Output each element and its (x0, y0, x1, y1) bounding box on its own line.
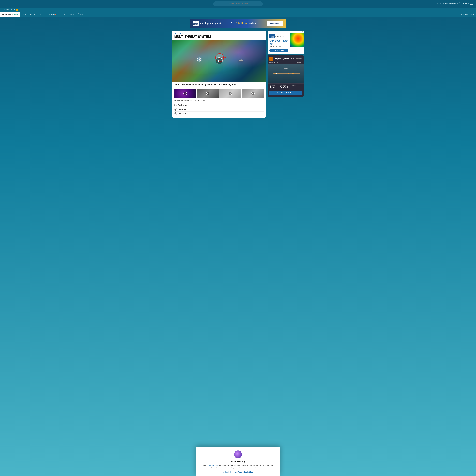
low-arrow (221, 57, 226, 58)
cyclone-card: CAT 1 Tropical Cyclone Four ◉ mapbox Dec… (268, 55, 304, 97)
stat-pressure: Pressure -- (291, 85, 302, 90)
story-link-3[interactable]: ▶ Massive Lar (174, 112, 264, 116)
stat-max-winds: Max Winds 45 mph (269, 85, 280, 90)
story-subtitle: Storm To Bring More Snow, Gusty Winds, P… (172, 82, 266, 87)
premium-ad-content: The Weather Channel PREMIUM Our Best Rad… (268, 33, 304, 54)
premium-ad-text: The Weather Channel PREMIUM Our Best Rad… (268, 33, 290, 54)
nav-winter[interactable]: ▶ Winter (76, 12, 87, 17)
story-link-list: ▶ Watch As Lal ▶ Deadly Stor ▶ Massive L… (172, 102, 266, 118)
thumb-play-1: ▶ (184, 92, 187, 95)
location-temp: 47° (2, 9, 5, 11)
story-image[interactable]: ❄ L ☁ ▶ (172, 40, 266, 82)
header: US | °F GO PREMIUM SIGN UP (0, 0, 476, 8)
twc-logo-box: The Weather Channel (270, 34, 275, 38)
search-input[interactable] (213, 1, 263, 6)
thumbnail-1[interactable]: ▶ (174, 88, 196, 98)
thumbnail-2[interactable]: ▶ (197, 88, 219, 98)
dashboard-new-badge: NEW (14, 14, 18, 15)
hamburger-line3 (470, 4, 473, 5)
cyclone-dot-3 (292, 73, 294, 74)
dashboard-label: My Dashboard (2, 14, 13, 15)
twc-logo: The Weather Channel (193, 21, 199, 26)
story-play-icon-1: ▶ (174, 104, 177, 106)
cyclone-path (273, 73, 300, 74)
menu-button[interactable] (470, 2, 474, 5)
nav-hourly[interactable]: Hourly (28, 12, 37, 17)
nav-bar: My Dashboard NEW Today Hourly 10 Day Wee… (0, 12, 476, 17)
privacy-title: Your Privacy (201, 460, 275, 463)
privacy-policy-link[interactable]: Privacy Policy (209, 464, 219, 466)
main-content: TOP STORY MULTI-THREAT SYSTEM ❄ L ☁ ▶ St… (170, 30, 306, 120)
cyclone-stats: Max Winds 45 mph Movement WNW at 8 mph P… (268, 84, 304, 91)
cyclone-title: Tropical Cyclone Four (274, 58, 296, 60)
thumbnail-row: ▶ ▶ ▶ ▶ (172, 87, 266, 100)
mapbox-icon: ◉ (296, 58, 298, 60)
radar-headline: Our Best Radar Yet (270, 39, 288, 45)
thumb-caption: Arctic Blast Bringing Record Low Tempera… (172, 100, 266, 102)
mapbox-logo: ◉ mapbox (296, 58, 302, 60)
thumbnail-4[interactable]: ▶ (242, 88, 264, 98)
cloud-icon: ☁ (237, 56, 243, 63)
story-link-1[interactable]: ▶ Watch As Lal (174, 103, 264, 107)
nav-today[interactable]: Today (20, 12, 28, 17)
cyclone-dot-1 (275, 73, 277, 74)
radar-subtext: See rain. Not ads. (270, 46, 288, 47)
dashboard-nav-item[interactable]: My Dashboard NEW (0, 12, 20, 17)
nav-more-forecasts[interactable]: More Forecasts ▼ (459, 12, 476, 17)
thumb-play-2: ▶ (206, 92, 209, 95)
newsletter-button[interactable]: Get Newsletter (267, 21, 283, 26)
story-play-icon-3: ▶ (174, 112, 177, 115)
winter-play-icon: ▶ (78, 13, 80, 15)
thumb-play-3: ▶ (229, 92, 232, 95)
nav-10day[interactable]: 10 Day (37, 12, 46, 17)
thumbnail-3[interactable]: ▶ (220, 88, 241, 98)
snow-icon: ❄ (197, 56, 202, 63)
ad-label: Advertisement (268, 31, 304, 33)
right-column: Advertisement The Weather Channel PREMIU… (268, 31, 304, 118)
top-story-label: TOP STORY (172, 31, 266, 35)
cyclone-map: Victoria (268, 64, 304, 84)
thumb-play-4: ▶ (251, 92, 255, 95)
video-play-button[interactable]: ▶ (216, 57, 222, 64)
hamburger-line2 (470, 4, 473, 4)
go-premium-button[interactable]: Go Premium (270, 49, 288, 52)
cyclone-dot-2 (288, 73, 289, 74)
main-story-card: TOP STORY MULTI-THREAT SYSTEM ❄ L ☁ ▶ St… (172, 31, 266, 118)
story-play-icon-2: ▶ (174, 108, 177, 111)
signup-button[interactable]: SIGN UP (459, 2, 469, 5)
morning-brief-brand: morningmorningbrief (200, 22, 221, 25)
stat-movement: Movement WNW at 8 mph (280, 85, 291, 90)
banner-ad: The Weather Channel morningmorningbrief … (190, 18, 286, 28)
nav-radar[interactable]: Radar (68, 12, 76, 17)
hamburger-line1 (470, 3, 473, 3)
header-right: US | °F GO PREMIUM SIGN UP (437, 2, 474, 5)
story-link-2[interactable]: ▶ Deadly Stor (174, 107, 264, 112)
premium-ad-logo: The Weather Channel PREMIUM (270, 34, 288, 38)
privacy-avatar (234, 450, 242, 459)
nav-weekend[interactable]: Weekend (46, 12, 58, 17)
location-badge: 1 (16, 9, 18, 11)
location-bar: 47° Ashburn, VA 1 (0, 8, 476, 12)
premium-label: PREMIUM (275, 35, 285, 37)
story-headline: MULTI-THREAT SYSTEM (172, 35, 266, 40)
chevron-down-icon: ▼ (472, 14, 474, 15)
privacy-overlay: Your Privacy See our Privacy Policy to l… (196, 447, 280, 476)
unit-toggle[interactable]: US | °F (437, 3, 442, 5)
review-privacy-link[interactable]: Review Privacy and Advertising Settings (222, 471, 254, 473)
cyclone-category: CAT 1 (269, 57, 273, 61)
banner-logo: The Weather Channel morningmorningbrief (193, 21, 221, 26)
victoria-dot (284, 68, 285, 69)
banner-tagline: Join 1 Million readers. (221, 22, 267, 25)
track-storm-button[interactable]: Track Storm With Radar (269, 91, 302, 95)
premium-button[interactable]: GO PREMIUM (443, 2, 458, 5)
radar-preview (290, 33, 304, 48)
premium-ad-card: Advertisement The Weather Channel PREMIU… (268, 31, 304, 54)
privacy-text: See our Privacy Policy to learn about th… (201, 464, 275, 469)
nav-monthly[interactable]: Monthly (58, 12, 68, 17)
location-city: Ashburn, VA (6, 9, 15, 11)
cyclone-header: CAT 1 Tropical Cyclone Four ◉ mapbox (268, 55, 304, 61)
cyclone-date: Dec 9, 1:00 pm Hithadhoo (268, 61, 304, 64)
